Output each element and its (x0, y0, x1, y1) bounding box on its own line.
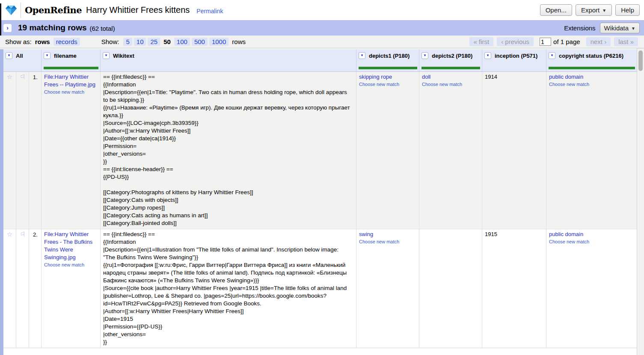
choose-new-match-link[interactable]: Choose new match (359, 239, 416, 245)
column-header-depicts1: ▼ depicts1 (P180) (356, 49, 419, 71)
column-header-copyright-status: ▼ copyright status (P6216) (546, 49, 637, 71)
caret-down-icon: ▼ (631, 26, 635, 31)
reconciliation-progress-bar (359, 67, 417, 69)
data-table-area: ▼ All ▼ filename ▼ Wikitext (0, 48, 644, 355)
last-page-button[interactable]: last » (614, 37, 638, 46)
cell-inception[interactable]: 1914 (482, 72, 546, 229)
column-menu-button[interactable]: ▼ (549, 52, 555, 59)
view-toolbar: Show as: rows records Show: 5 10 25 50 1… (0, 36, 644, 48)
page-size-100[interactable]: 100 (174, 38, 190, 46)
cell-copyright-status: public domain Choose new match (546, 72, 637, 229)
show-as-records-toggle[interactable]: records (53, 38, 80, 46)
cell-inception[interactable]: 1915 (482, 229, 546, 348)
matched-value-link[interactable]: public domain (549, 231, 583, 237)
export-button[interactable]: Export▼ (576, 4, 612, 16)
choose-new-match-link[interactable]: Choose new match (359, 81, 416, 88)
cell-filename: File:Harry Whittier Frees -- Playtime.jp… (42, 72, 101, 229)
scrollbar-thumb[interactable] (638, 50, 643, 71)
column-menu-button[interactable]: ▼ (44, 52, 50, 59)
permalink-link[interactable]: Permalink (196, 8, 223, 15)
column-header-wikitext: ▼ Wikitext (101, 49, 356, 71)
choose-new-match-link[interactable]: Choose new match (549, 239, 634, 245)
column-menu-button[interactable]: ▼ (359, 52, 365, 59)
next-page-button[interactable]: next › (586, 37, 611, 46)
openrefine-diamond-logo (5, 5, 17, 15)
matched-value-link[interactable]: public domain (549, 74, 583, 80)
page-size-1000[interactable]: 1000 (209, 38, 229, 46)
page-size-10[interactable]: 10 (134, 38, 146, 46)
previous-page-button[interactable]: ‹ previous (497, 37, 534, 46)
column-header-inception: ▼ inception (P571) (482, 49, 546, 71)
window-edge (0, 3, 1, 36)
dropdown-triangle-icon: ▼ (550, 54, 554, 57)
page-number-input[interactable] (540, 38, 551, 46)
choose-new-match-link[interactable]: Choose new match (549, 81, 634, 88)
reconciliation-progress-bar (549, 67, 635, 69)
dropdown-triangle-icon: ▼ (486, 54, 490, 57)
rows-suffix-label: rows (232, 38, 246, 45)
project-title[interactable]: Harry Whittier Frees kittens (86, 5, 190, 15)
cell-depicts1: swing Choose new match (356, 229, 419, 348)
row-index: 2. (29, 229, 42, 348)
cell-depicts2: doll Choose new match (419, 72, 482, 229)
reconciliation-progress-bar (421, 67, 480, 69)
column-header-filename: ▼ filename (42, 49, 101, 71)
page-size-5[interactable]: 5 (123, 38, 132, 46)
star-icon[interactable]: ☆ (3, 229, 16, 348)
column-menu-button[interactable]: ▼ (6, 52, 12, 59)
app-name: OpenRefine (25, 5, 82, 15)
show-label: Show: (101, 38, 119, 45)
dropdown-triangle-icon: ▼ (45, 54, 49, 57)
row-index: 1. (29, 72, 42, 229)
pagination: « first ‹ previous of 1 page next › last… (468, 37, 640, 46)
caret-down-icon: ▼ (602, 8, 606, 13)
matched-value-link[interactable]: File:Harry Whittier Frees - The Bufkins … (44, 231, 92, 260)
column-menu-button[interactable]: ▼ (484, 52, 491, 59)
flag-icon[interactable]: ⚐ (16, 229, 29, 348)
dropdown-triangle-icon: ▼ (423, 54, 427, 57)
dropdown-triangle-icon: ▼ (104, 54, 108, 57)
show-as-label: Show as: (5, 38, 32, 45)
cell-wikitext[interactable]: == {{int:filedesc}} == {{Information |De… (101, 229, 356, 348)
star-icon[interactable]: ☆ (3, 72, 16, 229)
table-row: ☆ ⚐ 2. File:Harry Whittier Frees - The B… (3, 229, 637, 348)
column-header-depicts2: ▼ depicts2 (P180) (419, 49, 482, 71)
show-as-rows-toggle[interactable]: rows (35, 38, 50, 45)
matched-value-link[interactable]: swing (359, 231, 373, 237)
cell-wikitext[interactable]: == {{int:filedesc}} == {{Information |De… (101, 72, 356, 229)
vertical-scrollbar[interactable] (637, 48, 644, 355)
wikidata-extension-menu[interactable]: Wikidata▼ (600, 23, 640, 33)
collapsed-facet-panel-stripe[interactable] (0, 49, 3, 355)
table-row: ☆ ⚐ 1. File:Harry Whittier Frees -- Play… (3, 72, 637, 229)
page-size-50-selected[interactable]: 50 (163, 38, 171, 45)
dropdown-triangle-icon: ▼ (360, 54, 364, 57)
cell-copyright-status: public domain Choose new match (546, 229, 637, 348)
table-header-row: ▼ All ▼ filename ▼ Wikitext (3, 49, 637, 72)
matched-value-link[interactable]: doll (422, 74, 430, 80)
choose-new-match-link[interactable]: Choose new match (44, 89, 98, 95)
open-button[interactable]: Open... (540, 4, 572, 16)
column-menu-button[interactable]: ▼ (103, 52, 110, 59)
page-size-25[interactable]: 25 (148, 38, 160, 46)
reconciliation-progress-bar (44, 67, 98, 69)
extensions-label: Extensions (564, 24, 595, 32)
openrefine-window: OpenRefine Harry Whittier Frees kittens … (0, 0, 644, 355)
cell-filename: File:Harry Whittier Frees - The Bufkins … (42, 229, 101, 348)
flag-icon[interactable]: ⚐ (16, 72, 29, 229)
first-page-button[interactable]: « first (469, 37, 494, 46)
dropdown-triangle-icon: ▼ (7, 54, 11, 57)
cell-depicts2 (419, 229, 482, 348)
matching-rows-count: 19 matching rows (18, 23, 87, 33)
chevron-right-icon: › (6, 25, 9, 31)
page-size-500[interactable]: 500 (192, 38, 208, 46)
help-button[interactable]: Help (615, 4, 640, 16)
column-menu-button[interactable]: ▼ (421, 52, 428, 59)
page-count-label: of 1 page (553, 38, 580, 45)
matched-value-link[interactable]: File:Harry Whittier Frees -- Playtime.jp… (44, 74, 95, 88)
choose-new-match-link[interactable]: Choose new match (44, 262, 98, 268)
summary-bar: › 19 matching rows (62 total) Extensions… (0, 20, 644, 36)
choose-new-match-link[interactable]: Choose new match (422, 81, 479, 88)
column-header-all: ▼ All (3, 49, 42, 71)
matched-value-link[interactable]: skipping rope (359, 74, 392, 80)
expand-facet-panel-button[interactable]: › (3, 24, 12, 32)
